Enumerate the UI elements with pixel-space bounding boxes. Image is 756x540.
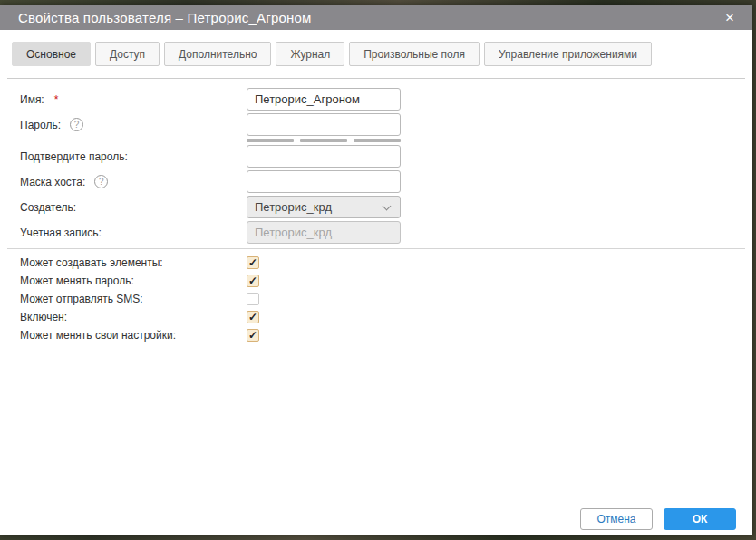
checkbox-label: Может создавать элементы: [20,256,247,269]
tab-dopolnitelno[interactable]: Дополнительно [164,42,271,66]
password-label: Пароль: [20,119,61,131]
close-icon[interactable]: × [722,8,738,27]
tab-proizvolnye-polya[interactable]: Произвольные поля [349,42,480,66]
creator-select[interactable]: Петрорис_крд [247,196,401,218]
checkbox-row-can-change-own-settings: Может менять свои настройки: ✓ [20,326,752,344]
can-change-password-checkbox[interactable]: ✓ [247,275,259,287]
account-input [247,221,401,244]
permissions-section: Может создавать элементы: ✓ Может менять… [0,254,752,344]
help-icon[interactable]: ? [70,118,83,131]
tab-osnovnoe[interactable]: Основное [12,42,91,66]
can-change-own-settings-checkbox[interactable]: ✓ [247,329,259,342]
password-row: Пароль:? [20,113,752,136]
checkbox-row-can-create: Может создавать элементы: ✓ [20,254,752,272]
chevron-down-icon [383,202,392,211]
password-input[interactable] [247,113,401,136]
checkbox-label: Включен: [20,311,247,323]
help-icon[interactable]: ? [94,175,108,188]
creator-row: Создатель: Петрорис_крд [20,196,752,218]
dialog-footer: Отмена ОК [580,508,736,530]
enabled-checkbox[interactable]: ✓ [247,311,259,323]
check-icon: ✓ [248,257,257,268]
confirm-password-row: Подтвердите пароль: [20,145,752,168]
creator-selected-value: Петрорис_крд [255,200,332,214]
confirm-password-input[interactable] [247,145,401,168]
checkbox-label: Может менять пароль: [20,275,247,287]
user-properties-form: Имя:* Пароль:? Подтвердите пароль: Маска… [0,79,752,244]
account-label: Учетная запись: [20,227,102,239]
host-mask-row: Маска хоста:? [20,170,752,193]
can-create-elements-checkbox[interactable]: ✓ [247,256,259,269]
name-input[interactable] [247,88,401,111]
checkbox-row-enabled: Включен: ✓ [20,308,752,326]
host-mask-label: Маска хоста: [20,176,85,188]
checkbox-row-can-send-sms: Может отправлять SMS: ✓ [20,290,752,308]
ok-button[interactable]: ОК [664,508,736,530]
tab-bar: Основное Доступ Дополнительно Журнал Про… [0,30,752,66]
section-divider [7,248,745,249]
check-icon: ✓ [248,275,257,286]
creator-label: Создатель: [20,201,76,214]
dialog-title: Свойства пользователя – Петрорис_Агроном [18,10,722,25]
checkbox-label: Может менять свои настройки: [20,329,247,342]
host-mask-input[interactable] [247,170,401,193]
dialog-body: Основное Доступ Дополнительно Журнал Про… [0,30,752,535]
tab-upravlenie-prilozheniyami[interactable]: Управление приложениями [484,42,652,66]
dialog-titlebar: Свойства пользователя – Петрорис_Агроном… [0,5,752,30]
user-properties-dialog: Свойства пользователя – Петрорис_Агроном… [0,5,752,535]
tab-zhurnal[interactable]: Журнал [276,42,344,66]
checkbox-row-can-change-password: Может менять пароль: ✓ [20,272,752,290]
cancel-button[interactable]: Отмена [580,508,653,530]
required-asterisk: * [54,93,59,106]
account-row: Учетная запись: [20,221,752,244]
strength-segment [354,139,401,142]
password-strength-meter [247,139,401,142]
tab-dostup[interactable]: Доступ [95,42,160,66]
name-label: Имя: [20,93,44,106]
name-row: Имя:* [20,88,752,111]
check-icon: ✓ [248,312,257,323]
strength-segment [247,139,294,142]
checkbox-label: Может отправлять SMS: [20,293,247,305]
strength-segment [300,139,347,142]
check-icon: ✓ [248,330,257,341]
can-send-sms-checkbox[interactable]: ✓ [247,293,259,305]
confirm-password-label: Подтвердите пароль: [20,150,128,163]
